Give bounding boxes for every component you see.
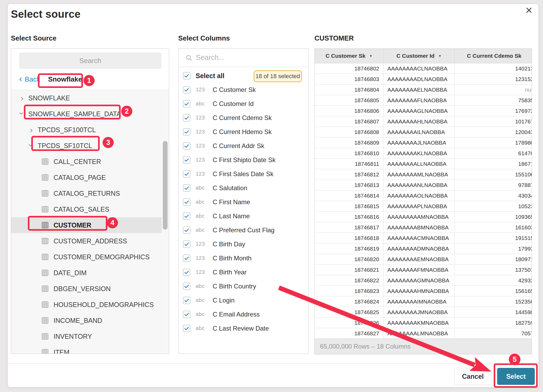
checkbox[interactable] (183, 311, 190, 318)
preview-column-header-c-current-cdemo-sk[interactable]: C Current Cdemo Sk (454, 49, 532, 63)
column-item-c-birth-day[interactable]: 123C Birth Day (178, 237, 308, 251)
column-item-c-first-shipto-date-sk[interactable]: 123C First Shipto Date Sk (178, 153, 308, 167)
tree-item-snowflake-sample-data[interactable]: ›SNOWFLAKE_SAMPLE_DATA (11, 106, 169, 122)
column-item-c-customer-id[interactable]: abcC Customer Id (178, 97, 308, 111)
checkbox[interactable] (183, 198, 190, 206)
column-item-c-first-name[interactable]: abcC First Name (178, 195, 308, 209)
column-item-c-customer-sk[interactable]: 123C Customer Sk (178, 83, 308, 97)
column-item-c-current-hdemo-sk[interactable]: 123C Current Hdemo Sk (178, 125, 308, 139)
checkbox[interactable] (183, 114, 190, 122)
scrollbar-thumb[interactable] (163, 141, 168, 230)
column-item-c-first-sales-date-sk[interactable]: 123C First Sales Date Sk (178, 167, 308, 181)
preview-column-header-c-customer-id[interactable]: C Customer Id▼ (383, 49, 454, 63)
tree-item-date-dim[interactable]: DATE_DIM (11, 265, 169, 281)
checkbox[interactable] (183, 184, 190, 192)
table-cell: AAAAAAAAKMNAOBBA (383, 318, 454, 328)
column-item-c-current-addr-sk[interactable]: 123C Current Addr Sk (178, 139, 308, 153)
preview-table-body: 18746802AAAAAAAACLNAOBBA14021318746803AA… (315, 63, 532, 339)
tree-item-tpcds-sf10tcl[interactable]: ›TPCDS_SF10TCL (11, 138, 169, 154)
table-cell: AAAAAAAAOLNAOBBA (383, 190, 454, 201)
column-type-tag: 123 (196, 87, 209, 93)
column-item-c-current-cdemo-sk[interactable]: 123C Current Cdemo Sk (178, 111, 308, 125)
column-name: C Last Name (213, 212, 250, 220)
tree-item-label: CATALOG_SALES (54, 206, 109, 213)
columns-search-input[interactable] (196, 49, 307, 66)
column-item-c-login[interactable]: abcC Login (178, 293, 308, 307)
cancel-button[interactable]: Cancel (454, 368, 492, 385)
checkbox[interactable] (183, 269, 190, 276)
tree-item-snowflake[interactable]: ›SNOWFLAKE (11, 90, 169, 106)
checkbox[interactable] (183, 226, 190, 234)
select-button[interactable]: Select (497, 368, 535, 385)
column-item-c-birth-year[interactable]: 123C Birth Year (178, 265, 308, 279)
table-row: 18746814AAAAAAAAOLNAOBBA43034 (315, 190, 532, 201)
column-item-c-birth-country[interactable]: abcC Birth Country (178, 279, 308, 293)
table-cell: 75835 (454, 95, 532, 105)
column-item-c-preferred-cust-flag[interactable]: abcC Preferred Cust Flag (178, 223, 308, 237)
column-list: 123C Customer SkabcC Customer Id123C Cur… (178, 83, 308, 335)
columns-search-row (178, 49, 308, 67)
tree-item-customer-address[interactable]: CUSTOMER_ADDRESS (11, 233, 169, 249)
checkbox[interactable] (183, 156, 190, 164)
tree-item-dbgen-version[interactable]: DBGEN_VERSION (11, 281, 169, 297)
tree-item-item[interactable]: ITEM (11, 344, 169, 354)
checkbox[interactable] (183, 297, 190, 304)
tree-item-call-center[interactable]: CALL_CENTER (11, 154, 169, 170)
tree-item-label: CATALOG_PAGE (54, 174, 106, 181)
column-type-tag: abc (196, 185, 209, 191)
column-name: C Customer Id (213, 100, 254, 108)
tree-item-income-band[interactable]: INCOME_BAND (11, 313, 169, 328)
select-all-checkbox[interactable] (183, 72, 190, 79)
source-search-input[interactable] (19, 52, 161, 69)
table-icon (41, 221, 50, 229)
chevron-down-icon: › (18, 110, 26, 116)
tree-item-catalog-returns[interactable]: CATALOG_RETURNS (11, 185, 169, 201)
table-cell: AAAAAAAAAMNAOBBA (383, 212, 454, 222)
checkbox[interactable] (183, 86, 190, 93)
table-icon (41, 301, 50, 309)
table-cell: AAAAAAAAFMNAOBBA (383, 265, 454, 275)
column-item-c-salutation[interactable]: abcC Salutation (178, 181, 308, 195)
column-item-c-birth-month[interactable]: 123C Birth Month (178, 251, 308, 265)
close-icon[interactable]: ✕ (523, 4, 535, 17)
checkbox[interactable] (183, 170, 190, 178)
select-all-row[interactable]: Select all 18 of 18 selected (178, 69, 308, 83)
tree-item-customer[interactable]: CUSTOMER (11, 217, 162, 233)
table-row: 18746802AAAAAAAACLNAOBBA140213 (315, 63, 532, 74)
checkbox[interactable] (183, 100, 190, 108)
table-cell: 152356 (454, 296, 532, 307)
preview-column-header-c-customer-sk[interactable]: C Customer Sk▼ (315, 49, 383, 63)
table-icon (41, 237, 50, 245)
column-item-c-email-address[interactable]: abcC Email Address (178, 307, 308, 321)
tree-item-label: DBGEN_VERSION (54, 285, 111, 293)
checkbox[interactable] (183, 128, 190, 136)
tree-item-label: DATE_DIM (54, 269, 87, 277)
checkbox[interactable] (183, 212, 190, 220)
checkbox[interactable] (183, 142, 190, 150)
table-cell: 18746815 (315, 201, 383, 211)
checkbox[interactable] (183, 255, 190, 262)
table-cell: 42932 (454, 275, 532, 286)
column-item-c-last-name[interactable]: abcC Last Name (178, 209, 308, 223)
checkbox[interactable] (183, 283, 190, 290)
tree-item-tpcds-sf100tcl[interactable]: ›TPCDS_SF100TCL (11, 122, 169, 138)
search-icon (185, 54, 192, 63)
tree-item-label: TPCDS_SF10TCL (38, 142, 92, 150)
tree-item-customer-demographics[interactable]: CUSTOMER_DEMOGRAPHICS (11, 249, 169, 265)
source-panel-heading: Select Source (11, 34, 56, 42)
table-cell: 155106 (454, 169, 532, 180)
table-cell: AAAAAAAAFLNAOBBA (383, 95, 454, 105)
table-cell: 18746805 (315, 95, 383, 105)
table-cell: 182759 (454, 318, 532, 328)
table-row: 18746825AAAAAAAAJMNAOBBA144598 (315, 307, 532, 318)
table-cell: 137501 (454, 265, 532, 275)
tree-item-inventory[interactable]: INVENTORY (11, 328, 169, 344)
column-item-c-last-review-date[interactable]: abcC Last Review Date (178, 321, 308, 335)
checkbox[interactable] (183, 325, 190, 332)
back-link[interactable]: Back (25, 75, 40, 83)
table-cell: AAAAAAAADLNAOBBA (383, 74, 454, 84)
tree-item-household-demographics[interactable]: HOUSEHOLD_DEMOGRAPHICS (11, 297, 169, 313)
checkbox[interactable] (183, 240, 190, 248)
tree-item-catalog-page[interactable]: CATALOG_PAGE (11, 170, 169, 185)
tree-item-catalog-sales[interactable]: CATALOG_SALES (11, 201, 169, 217)
